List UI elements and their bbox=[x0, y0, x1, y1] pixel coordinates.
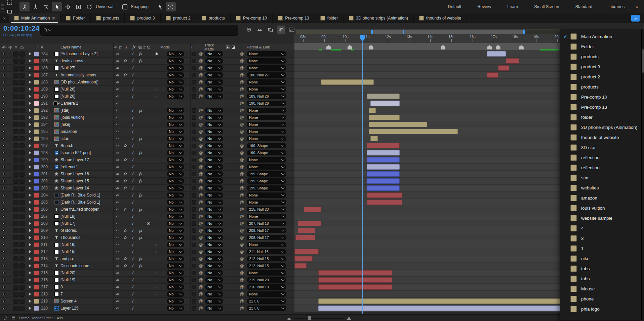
parent-dropdown[interactable]: None bbox=[247, 129, 286, 134]
blend-mode-dropdown[interactable]: No bbox=[167, 115, 184, 120]
audio-toggle[interactable] bbox=[7, 270, 13, 276]
parent-pickwhip[interactable]: @ bbox=[237, 58, 247, 64]
shy-toggle[interactable] bbox=[114, 264, 121, 268]
lock-toggle[interactable] bbox=[19, 107, 25, 114]
blend-mode-dropdown[interactable]: No bbox=[167, 228, 184, 233]
layer-switches[interactable]: / bbox=[113, 79, 160, 85]
layer-name[interactable]: Automatically scans bbox=[61, 72, 113, 78]
lock-toggle[interactable] bbox=[19, 58, 25, 64]
track-matte-dropdown[interactable]: No bbox=[205, 263, 223, 269]
layer-duration-bar[interactable] bbox=[367, 157, 400, 163]
layer-switches[interactable]: / bbox=[113, 213, 160, 220]
matte-pickwhip[interactable]: @ bbox=[197, 58, 204, 64]
layer-name[interactable]: [star] bbox=[61, 107, 113, 114]
layer-duration-bar[interactable] bbox=[294, 249, 319, 254]
parent-dropdown[interactable]: 208. Null 17 bbox=[247, 228, 286, 233]
layer-name[interactable]: and go. bbox=[61, 255, 113, 262]
hide-shy-layers-toggle[interactable] bbox=[255, 26, 264, 34]
label-swatch[interactable] bbox=[33, 121, 40, 128]
quality-toggle[interactable]: / bbox=[129, 256, 137, 261]
quality-toggle[interactable]: / bbox=[129, 179, 137, 183]
parent-pickwhip[interactable]: @ bbox=[237, 291, 247, 297]
tab-pre-comp-10[interactable]: Pre-comp 10 bbox=[231, 13, 273, 23]
quality-toggle[interactable]: / bbox=[129, 285, 137, 289]
eye-toggle[interactable] bbox=[0, 50, 7, 57]
layer-duration-bar[interactable] bbox=[295, 235, 315, 240]
label-swatch[interactable] bbox=[33, 213, 40, 220]
parent-pickwhip[interactable]: @ bbox=[237, 121, 247, 128]
parent-dropdown[interactable]: 212. Null 15 bbox=[247, 256, 286, 261]
preserve-transparency-toggle[interactable] bbox=[190, 86, 197, 93]
quality-toggle[interactable]: / bbox=[129, 278, 137, 282]
audio-toggle[interactable] bbox=[7, 114, 13, 121]
layer-name[interactable]: 7 bbox=[61, 291, 113, 297]
comp-marker[interactable] bbox=[487, 45, 492, 49]
zoom-slider-thumb[interactable] bbox=[308, 316, 311, 320]
parent-dropdown[interactable]: None bbox=[247, 65, 286, 71]
layer-switches[interactable]: / bbox=[113, 199, 160, 206]
layer-name[interactable]: [Null 15] bbox=[61, 248, 113, 255]
label-swatch[interactable] bbox=[33, 298, 40, 305]
quality-toggle[interactable]: / bbox=[129, 172, 137, 176]
track-matte-dropdown[interactable]: No bbox=[205, 51, 223, 57]
lock-toggle[interactable] bbox=[19, 50, 25, 57]
matte-pickwhip[interactable]: @ bbox=[197, 220, 204, 227]
solo-toggle[interactable] bbox=[13, 298, 19, 305]
layer-switches[interactable]: /◌ bbox=[113, 277, 160, 283]
parent-dropdown[interactable]: None bbox=[247, 51, 286, 57]
parent-pickwhip[interactable]: @ bbox=[237, 262, 247, 269]
parent-dropdown[interactable]: None bbox=[247, 157, 286, 163]
blend-mode-dropdown[interactable]: No bbox=[167, 178, 184, 184]
lock-toggle[interactable] bbox=[19, 192, 25, 199]
track-matte-dropdown[interactable]: No bbox=[205, 150, 223, 155]
parent-pickwhip[interactable]: @ bbox=[237, 298, 247, 305]
eye-toggle[interactable] bbox=[0, 206, 7, 213]
shy-toggle[interactable] bbox=[114, 165, 121, 169]
parent-pickwhip[interactable]: @ bbox=[237, 199, 247, 206]
track-matte-dropdown[interactable]: No bbox=[205, 136, 223, 141]
panel-menu-icon[interactable]: ≡ bbox=[52, 16, 55, 21]
layer-switches[interactable]: /◌ bbox=[113, 241, 160, 248]
blend-mode-dropdown[interactable]: No bbox=[167, 150, 184, 155]
layer-switches[interactable]: /fx bbox=[113, 149, 160, 156]
quality-toggle[interactable]: / bbox=[129, 59, 137, 63]
audio-toggle[interactable] bbox=[7, 234, 13, 241]
blend-mode-dropdown[interactable]: No bbox=[167, 291, 184, 297]
solo-toggle[interactable] bbox=[13, 121, 19, 128]
collapse-toggle[interactable] bbox=[121, 172, 129, 176]
parent-pickwhip[interactable]: @ bbox=[237, 86, 247, 93]
eye-toggle[interactable] bbox=[0, 121, 7, 128]
audio-toggle[interactable] bbox=[7, 178, 13, 184]
twirl-arrow[interactable] bbox=[28, 72, 33, 78]
solo-toggle[interactable] bbox=[13, 262, 19, 269]
audio-toggle[interactable] bbox=[7, 50, 13, 57]
shy-toggle[interactable] bbox=[114, 271, 121, 275]
eye-toggle[interactable] bbox=[0, 178, 7, 184]
parent-pickwhip[interactable]: @ bbox=[237, 100, 247, 107]
eye-toggle[interactable] bbox=[0, 227, 7, 234]
menu-item-pre-comp-10[interactable]: Pre-comp 10 bbox=[560, 92, 641, 102]
audio-toggle[interactable] bbox=[7, 149, 13, 156]
parent-pickwhip[interactable]: @ bbox=[237, 171, 247, 177]
parent-dropdown[interactable]: 217. 8 bbox=[247, 306, 286, 311]
track-matte-dropdown[interactable]: No bbox=[205, 58, 223, 64]
track-matte-dropdown[interactable]: No bbox=[205, 235, 223, 240]
lock-toggle[interactable] bbox=[19, 79, 25, 85]
layer-switches[interactable]: /fx bbox=[113, 255, 160, 262]
menu-item-amazon[interactable]: amazon bbox=[560, 193, 641, 203]
parent-pickwhip[interactable]: @ bbox=[237, 135, 247, 142]
track-matte-dropdown[interactable]: No bbox=[205, 192, 223, 198]
track-matte-dropdown[interactable]: No bbox=[205, 143, 223, 148]
shy-toggle[interactable] bbox=[114, 243, 121, 247]
matte-pickwhip[interactable]: @ bbox=[197, 199, 204, 206]
eye-toggle[interactable] bbox=[0, 58, 7, 64]
zoom-slider-track[interactable] bbox=[293, 318, 344, 319]
audio-toggle[interactable] bbox=[7, 79, 13, 85]
label-swatch[interactable] bbox=[33, 50, 40, 57]
twirl-arrow[interactable] bbox=[28, 178, 33, 184]
preserve-transparency-toggle[interactable] bbox=[190, 121, 197, 128]
eye-toggle[interactable] bbox=[0, 135, 7, 142]
parent-pickwhip[interactable]: @ bbox=[237, 206, 247, 213]
quality-toggle[interactable]: / bbox=[129, 249, 137, 254]
blend-mode-dropdown[interactable]: No bbox=[167, 263, 184, 269]
